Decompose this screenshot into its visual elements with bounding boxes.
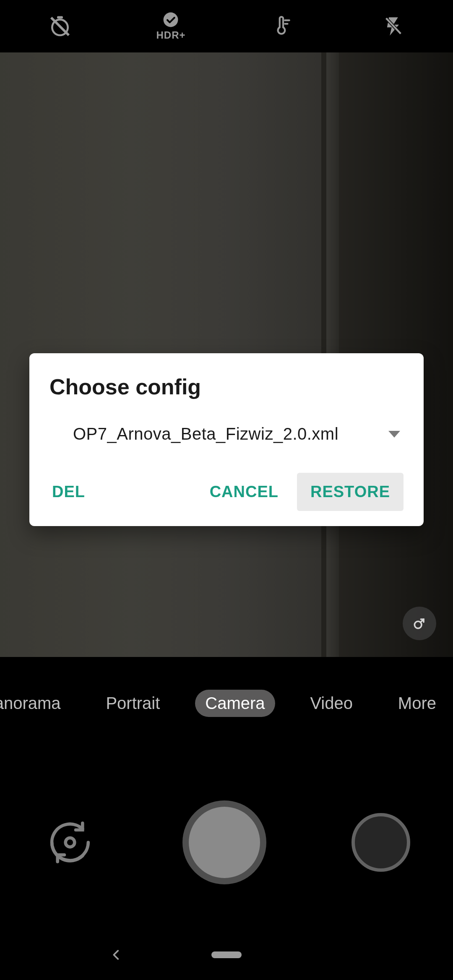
choose-config-dialog: Choose config OP7_Arnova_Beta_Fizwiz_2.0…	[29, 353, 424, 526]
gallery-thumbnail[interactable]	[351, 813, 410, 872]
white-balance-toggle[interactable]	[226, 16, 338, 37]
hdr-check-icon	[163, 12, 179, 28]
dropdown-caret-icon	[388, 431, 400, 438]
switch-camera-icon	[43, 815, 97, 870]
svg-point-10	[65, 838, 75, 847]
hdr-toggle[interactable]: HDR+	[115, 12, 226, 41]
mode-panorama[interactable]: Panorama	[0, 690, 71, 717]
timer-toggle[interactable]	[4, 15, 115, 38]
shutter-inner	[189, 807, 260, 878]
mode-video[interactable]: Video	[300, 690, 363, 717]
shutter-row	[0, 788, 453, 897]
zoom-button[interactable]	[403, 607, 436, 640]
dialog-buttons: DEL CANCEL RESTORE	[49, 473, 404, 511]
camera-top-toolbar: HDR+	[0, 0, 453, 52]
mode-portrait[interactable]: Portrait	[96, 690, 170, 717]
cancel-button[interactable]: CANCEL	[196, 473, 292, 511]
mode-more[interactable]: More	[388, 690, 453, 717]
svg-point-3	[164, 12, 178, 27]
timer-off-icon	[48, 15, 72, 38]
back-icon	[109, 948, 123, 962]
thermometer-icon	[272, 16, 293, 37]
nav-home-pill[interactable]	[211, 951, 242, 958]
del-button[interactable]: DEL	[49, 473, 99, 511]
shutter-button[interactable]	[182, 800, 266, 884]
dialog-title: Choose config	[49, 374, 404, 399]
svg-rect-1	[57, 16, 63, 18]
flash-off-icon	[383, 16, 404, 37]
restore-button[interactable]: RESTORE	[297, 473, 404, 511]
camera-modes: Panorama Portrait Camera Video More	[0, 682, 453, 724]
flash-toggle[interactable]	[338, 16, 449, 37]
config-select[interactable]: OP7_Arnova_Beta_Fizwiz_2.0.xml	[49, 425, 404, 443]
system-nav-bar	[0, 930, 453, 980]
mode-camera[interactable]: Camera	[195, 690, 275, 717]
hdr-label: HDR+	[156, 29, 185, 41]
zoom-icon	[411, 615, 428, 632]
nav-back-button[interactable]	[109, 948, 123, 962]
switch-camera-button[interactable]	[43, 815, 97, 870]
config-selected-value: OP7_Arnova_Beta_Fizwiz_2.0.xml	[73, 425, 338, 443]
